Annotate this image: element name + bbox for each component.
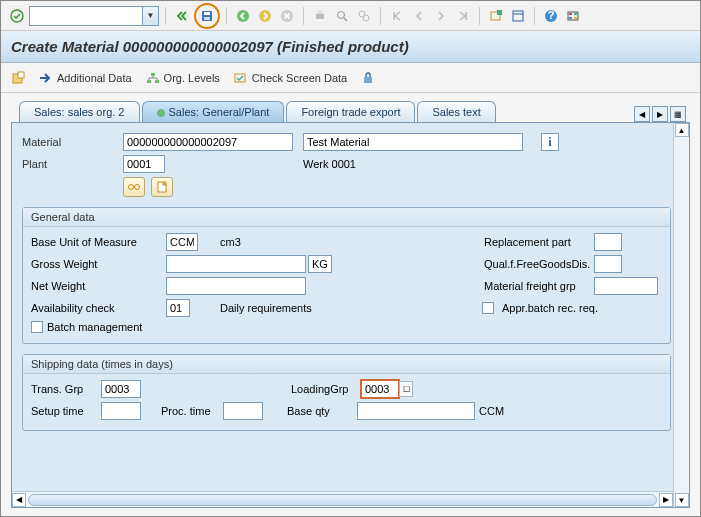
shipping-data-group: Shipping data (times in days) Trans. Grp… [22,354,671,431]
appr-batch-label: Appr.batch rec. req. [502,302,598,314]
additional-data-button[interactable]: Additional Data [39,72,132,84]
material-desc-field[interactable] [303,133,523,151]
svg-point-31 [129,185,134,190]
tab-sales-text[interactable]: Sales text [417,101,495,122]
appr-batch-checkbox[interactable] [482,302,494,314]
gross-weight-field[interactable] [166,255,306,273]
next-page-icon [431,6,451,26]
loading-grp-f4-icon[interactable]: ☐ [399,381,413,397]
net-label: Net Weight [31,280,166,292]
mfg-label: Material freight grp [484,280,594,292]
svg-rect-26 [151,73,155,76]
svg-point-32 [135,185,140,190]
material-field[interactable] [123,133,293,151]
svg-rect-30 [364,77,372,83]
svg-rect-14 [497,10,502,15]
svg-rect-27 [147,80,151,83]
avail-field[interactable] [166,299,190,317]
transaction-combo[interactable]: ▼ [29,6,159,26]
gross-unit-field[interactable] [308,255,332,273]
horizontal-scrollbar[interactable]: ◀ ▶ [12,491,673,507]
title-bar: Create Material 000000000000002097 (Fini… [1,31,700,63]
tab-sales-general-plant[interactable]: Sales: General/Plant [142,101,285,122]
buom-label: Base Unit of Measure [31,236,166,248]
loading-grp-label: LoadingGrp [291,383,361,395]
svg-rect-22 [569,17,572,19]
proc-time-field[interactable] [223,402,263,420]
svg-text:?: ? [548,9,555,21]
svg-point-9 [338,11,345,18]
plant-field[interactable] [123,155,165,173]
net-weight-field[interactable] [166,277,306,295]
first-page-icon [387,6,407,26]
shipping-title: Shipping data (times in days) [23,355,670,374]
svg-point-12 [363,15,369,21]
qual-field[interactable] [594,255,622,273]
setup-time-label: Setup time [31,405,101,417]
svg-rect-15 [513,11,523,21]
tab-scroll-right[interactable]: ▶ [652,106,668,122]
save-button-highlight [194,3,220,29]
plant-name-text: Werk 0001 [303,158,356,170]
svg-rect-23 [574,17,577,19]
svg-rect-3 [204,17,210,20]
exit-icon[interactable] [255,6,275,26]
batch-mgmt-label: Batch management [47,321,142,333]
setup-time-field[interactable] [101,402,141,420]
find-icon[interactable] [332,6,352,26]
app-window: ▼ ? Create Material 000000000000002097 (… [0,0,701,517]
check-screen-button[interactable]: Check Screen Data [234,72,347,84]
tab-sales-org-2[interactable]: Sales: sales org. 2 [19,101,140,122]
svg-rect-2 [204,12,210,15]
base-qty-unit: CCM [479,405,504,417]
info-icon[interactable]: i [541,133,559,151]
print-icon [310,6,330,26]
help-icon[interactable]: ? [541,6,561,26]
page-title: Create Material 000000000000002097 (Fini… [11,38,409,55]
back-icon[interactable] [233,6,253,26]
cancel-icon[interactable] [277,6,297,26]
vertical-scrollbar[interactable]: ▲ ▼ [673,123,689,507]
save-button[interactable] [197,6,217,26]
scroll-right-icon[interactable]: ▶ [659,493,673,507]
avail-label: Availability check [31,302,166,314]
system-toolbar: ▼ ? [1,1,700,31]
label: Additional Data [57,72,132,84]
batch-mgmt-checkbox[interactable] [31,321,43,333]
material-label: Material [22,136,117,148]
layout-icon[interactable] [508,6,528,26]
new-session-icon[interactable] [486,6,506,26]
scroll-left-icon[interactable]: ◀ [12,493,26,507]
svg-rect-8 [317,11,323,14]
tab-scroll-left[interactable]: ◀ [634,106,650,122]
org-levels-button[interactable]: Org. Levels [146,72,220,84]
loading-grp-field[interactable] [361,380,399,398]
trans-grp-label: Trans. Grp [31,383,101,395]
gross-label: Gross Weight [31,258,166,270]
scroll-thumb[interactable] [28,494,657,506]
plant-label: Plant [22,158,117,170]
base-qty-field[interactable] [357,402,475,420]
base-qty-label: Base qty [287,405,357,417]
svg-rect-25 [18,72,24,78]
btn-back-small[interactable] [11,71,25,85]
gui-options-icon[interactable] [563,6,583,26]
label: Org. Levels [164,72,220,84]
display-chain-button[interactable] [123,177,145,197]
tab-foreign-trade[interactable]: Foreign trade export [286,101,415,122]
replacement-field[interactable] [594,233,622,251]
buom-field[interactable] [166,233,198,251]
label: Check Screen Data [252,72,347,84]
mfg-field[interactable] [594,277,658,295]
find-next-icon [354,6,374,26]
accept-icon[interactable] [7,6,27,26]
back-double-icon[interactable] [172,6,192,26]
svg-rect-28 [155,80,159,83]
scroll-up-icon[interactable]: ▲ [675,123,689,137]
svg-line-10 [344,18,347,21]
document-button[interactable] [151,177,173,197]
tab-list-button[interactable]: ▦ [670,106,686,122]
lock-icon[interactable] [361,71,375,85]
scroll-down-icon[interactable]: ▼ [675,493,689,507]
trans-grp-field[interactable] [101,380,141,398]
